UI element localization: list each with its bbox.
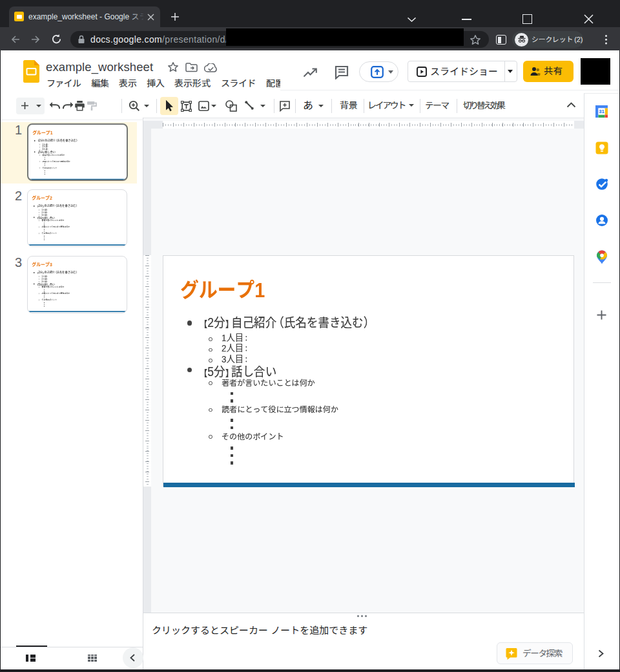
svg-text:31: 31 <box>599 109 604 114</box>
